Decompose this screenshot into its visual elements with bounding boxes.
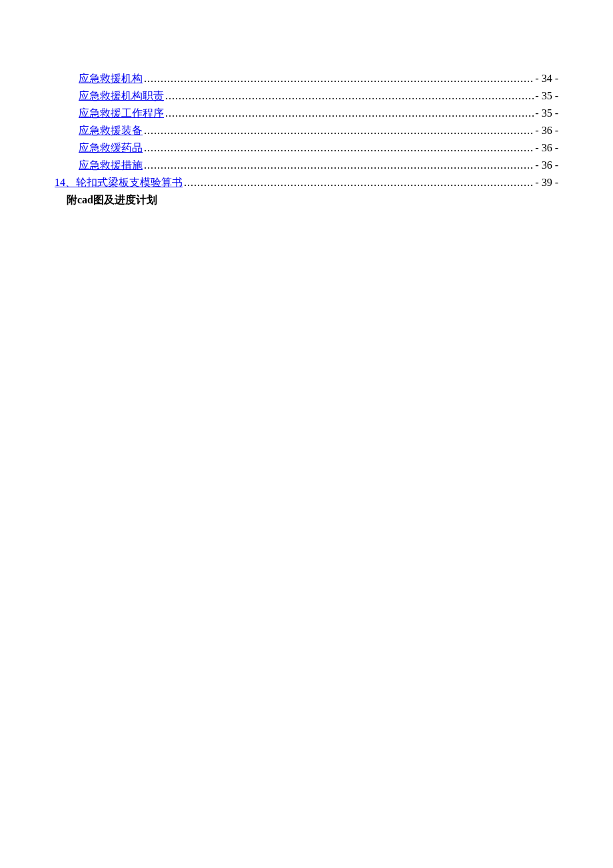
toc-page-number: - 34 - xyxy=(534,71,558,87)
toc-entry: 应急救援工作程序 ...............................… xyxy=(55,105,558,121)
toc-entry: 应急救缓药品 .................................… xyxy=(55,140,558,156)
toc-leader-dots: ........................................… xyxy=(143,140,534,156)
toc-entry: 14、轮扣式梁板支模验算书 ..........................… xyxy=(55,175,558,191)
appendix-suffix: 图及进度计划 xyxy=(93,194,157,205)
toc-page-number: - 36 - xyxy=(534,157,558,173)
appendix-bold: cad xyxy=(77,194,93,205)
toc-link-emergency-rescue-measures[interactable]: 应急救援措施 xyxy=(79,157,143,173)
toc-leader-dots: ........................................… xyxy=(164,105,534,121)
toc-link-emergency-rescue-medicine[interactable]: 应急救缓药品 xyxy=(79,140,143,156)
toc-link-emergency-rescue-org[interactable]: 应急救援机构 xyxy=(79,71,143,87)
toc-page-number: - 35 - xyxy=(534,105,558,121)
toc-page-number: - 36 - xyxy=(534,123,558,139)
toc-entry: 应急救援措施 .................................… xyxy=(55,157,558,173)
appendix-prefix: 附 xyxy=(67,194,77,205)
toc-link-emergency-rescue-procedure[interactable]: 应急救援工作程序 xyxy=(79,105,164,121)
toc-link-chapter-14[interactable]: 14、轮扣式梁板支模验算书 xyxy=(55,175,183,191)
toc-entry: 应急救援机构 .................................… xyxy=(55,71,558,87)
toc-entry: 应急救援机构职责 ...............................… xyxy=(55,88,558,104)
table-of-contents: 应急救援机构 .................................… xyxy=(55,71,558,208)
toc-leader-dots: ........................................… xyxy=(143,123,534,139)
toc-page-number: - 39 - xyxy=(534,175,558,191)
appendix-note: 附cad图及进度计划 xyxy=(55,192,558,208)
toc-leader-dots: ........................................… xyxy=(164,88,534,104)
toc-page-number: - 36 - xyxy=(534,140,558,156)
toc-leader-dots: ........................................… xyxy=(143,71,534,87)
toc-entry: 应急救援装备 .................................… xyxy=(55,123,558,139)
toc-link-emergency-rescue-equipment[interactable]: 应急救援装备 xyxy=(79,123,143,139)
toc-page-number: - 35 - xyxy=(534,88,558,104)
toc-link-emergency-rescue-org-duties[interactable]: 应急救援机构职责 xyxy=(79,88,164,104)
toc-leader-dots: ........................................… xyxy=(183,175,534,191)
toc-leader-dots: ........................................… xyxy=(143,157,534,173)
